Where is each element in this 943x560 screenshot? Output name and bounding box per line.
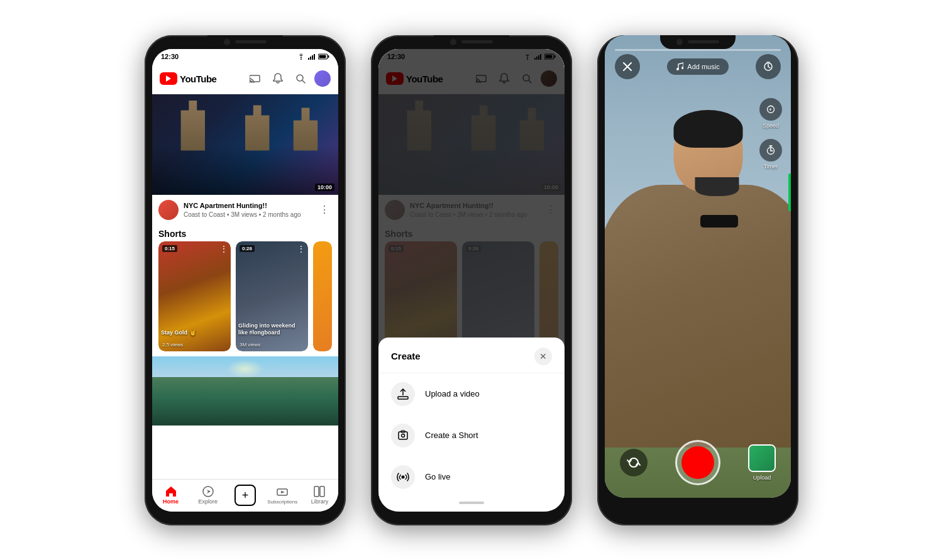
create-icon-1[interactable]: + [234,485,256,506]
modal-create-short-item[interactable]: Create a Short [378,415,565,456]
timer-icon-3 [759,139,782,162]
cast-icon-1[interactable] [246,70,264,87]
short-card-3[interactable] [313,241,332,351]
record-button[interactable] [675,440,720,485]
video-image-1 [152,94,338,195]
phone-screen-2: 12:30 [378,49,565,512]
video-details-1: NYC Apartment Hunting!! Coast to Coast •… [184,201,312,217]
short-label-1: Stay Gold 🤘 [161,329,228,336]
svg-rect-3 [312,55,313,60]
short-more-2[interactable]: ⋮ [297,244,306,254]
speaker-2 [461,40,493,43]
phone-screen-1: 12:30 [152,49,338,512]
add-music-button[interactable]: Add music [667,58,728,75]
modal-header: Create ✕ [378,348,565,373]
go-live-icon [391,465,415,489]
svg-marker-13 [207,490,211,493]
short-card-2[interactable]: 0:28 ⋮ Gliding into weekend like #longbo… [236,241,308,351]
battery-icon-1 [318,53,329,60]
nav-library-1[interactable]: Library [301,486,338,505]
nav-subscriptions-label-1: Subscriptions [267,499,297,505]
short-views-2: 3M views [240,342,260,348]
short-thumb-3 [313,241,332,351]
svg-marker-15 [281,491,285,493]
video-thumb-1[interactable]: 10:00 [152,94,338,195]
yt-logo-icon-1 [160,72,177,85]
forest-scene-1 [152,356,338,425]
upload-button-3[interactable]: Upload [748,444,776,481]
flip-icon-3 [627,456,641,469]
shorts-title-1: Shorts [152,225,338,241]
short-card-1[interactable]: 0:15 ⋮ Stay Gold 🤘 2.5 views [158,241,231,351]
create-short-icon [391,424,415,447]
short-more-1[interactable]: ⋮ [219,244,228,254]
more-icon-1[interactable]: ⋮ [317,201,332,218]
nav-home-label-1: Home [163,498,179,505]
phone-notch-2 [434,35,509,49]
nav-create-1[interactable]: + [226,485,263,506]
nav-explore-1[interactable]: Explore [189,486,226,505]
progress-bar-3 [615,49,781,51]
speaker-1 [235,40,267,43]
phone-content-1: 10:00 NYC Apartment Hunting!! Coast to C… [152,94,338,512]
svg-point-32 [402,434,405,437]
camera-right-controls-3: Speed Timer [759,98,782,170]
status-icons-1 [297,53,329,60]
library-icon-1 [314,486,325,497]
speed-timer-button[interactable] [756,54,781,79]
create-modal: Create ✕ Upload a video [378,338,565,512]
bell-icon-1[interactable] [269,70,287,87]
status-bar-1: 12:30 [152,49,338,64]
speed-control[interactable]: Speed [759,98,782,129]
add-music-label: Add music [687,63,719,70]
music-note-icon-3 [676,62,683,71]
yt-logo-text-1: YouTube [180,74,216,84]
flip-camera-button[interactable] [620,449,648,476]
upload-label-3: Upload [753,475,771,481]
video-title-1: NYC Apartment Hunting!! [184,201,312,210]
timer-control[interactable]: Timer [759,139,782,170]
speed-icon-3 [763,62,773,72]
account-avatar-1[interactable] [314,70,331,87]
svg-rect-30 [398,397,408,399]
signal-icon-1 [308,53,316,60]
modal-bottom-bar [459,502,484,504]
svg-point-38 [681,67,683,69]
nav-library-label-1: Library [311,498,329,505]
modal-go-live-item[interactable]: Go live [378,456,565,498]
short-views-1: 2.5 views [162,342,183,348]
camera-top-bar-3: Add music [605,54,791,79]
camera-bottom-3: Upload [605,440,791,485]
svg-line-11 [302,80,305,83]
svg-rect-7 [319,55,326,58]
svg-rect-2 [310,57,311,60]
svg-rect-1 [308,58,309,60]
wifi-icon-1 [297,53,306,60]
search-icon-1[interactable] [292,70,309,87]
speed-icon-right-3 [759,98,782,121]
svg-rect-4 [314,54,315,60]
bottom-nav-1: Home Explore + Subsc [152,479,338,512]
short-label-2: Gliding into weekend like #longboard [238,322,306,336]
svg-point-0 [301,58,302,60]
svg-point-34 [402,475,405,478]
svg-rect-6 [328,55,329,58]
channel-avatar-1[interactable] [158,200,179,220]
close-camera-button[interactable] [615,54,640,79]
youtube-header-1: YouTube [152,64,338,94]
modal-close-button[interactable]: ✕ [534,348,552,365]
nav-home-1[interactable]: Home [152,486,189,505]
sun-rays-1 [226,360,264,378]
subscriptions-icon-1 [277,486,288,498]
phone-notch-3 [660,35,736,49]
nav-subscriptions-1[interactable]: Subscriptions [264,486,301,505]
short-thumb-2: 0:28 ⋮ Gliding into weekend like #longbo… [236,241,308,351]
landscape-thumb-1[interactable] [152,356,338,425]
time-1: 12:30 [161,53,179,60]
video-info-1: NYC Apartment Hunting!! Coast to Coast •… [152,195,338,225]
modal-upload-item[interactable]: Upload a video [378,373,565,415]
yt-logo-1[interactable]: YouTube [160,72,216,85]
short-duration-1: 0:15 [162,245,177,252]
modal-title: Create [391,351,421,361]
green-side-bar-3 [788,173,791,211]
